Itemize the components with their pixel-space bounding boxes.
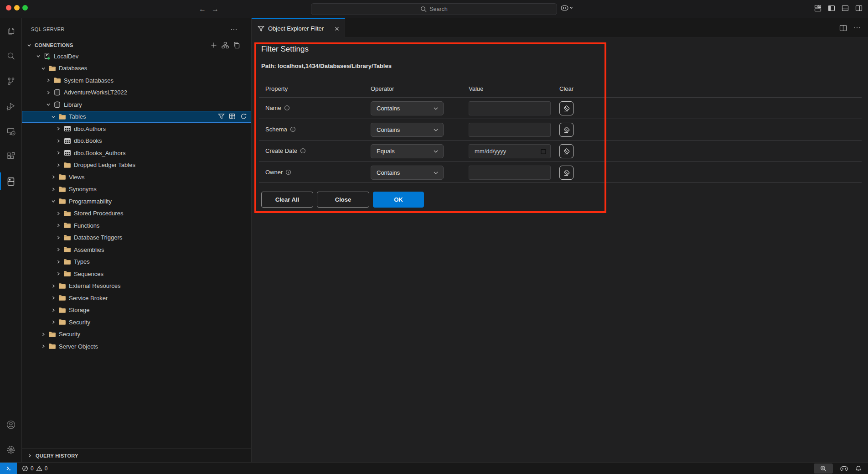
navigate-forward-button[interactable]: →	[210, 4, 221, 15]
connections-section-header[interactable]: CONNECTIONS	[22, 40, 251, 50]
tree-item-types[interactable]: Types	[22, 256, 251, 268]
chevron-right-icon[interactable]	[55, 222, 62, 229]
chevron-right-icon[interactable]	[45, 77, 52, 84]
chevron-right-icon[interactable]	[55, 125, 62, 132]
close-button[interactable]: Close	[317, 192, 369, 208]
copilot-menu-button[interactable]	[561, 5, 573, 11]
tree-item-dbo-books[interactable]: dbo.Books	[22, 135, 251, 147]
operator-select[interactable]: Contains	[371, 166, 444, 180]
tree-item-views[interactable]: Views	[22, 171, 251, 183]
bell-icon[interactable]	[855, 465, 862, 472]
copilot-status-icon[interactable]	[840, 465, 848, 472]
tree-item-database-triggers[interactable]: Database Triggers	[22, 232, 251, 244]
tree-item-functions[interactable]: Functions	[22, 219, 251, 231]
value-date-input[interactable]: mm/dd/yyyy	[469, 144, 551, 158]
chevron-right-icon[interactable]	[55, 258, 62, 266]
activity-item-run-debug[interactable]	[0, 94, 22, 119]
chevron-right-icon[interactable]	[55, 161, 62, 169]
tree-item-system-databases[interactable]: System Databases	[22, 74, 251, 86]
command-center-search[interactable]: Search	[311, 3, 557, 15]
clear-filter-button[interactable]	[559, 123, 574, 137]
remote-indicator-button[interactable]	[0, 463, 17, 474]
tree-item-localdev[interactable]: LocalDev	[22, 50, 251, 62]
activity-item-settings-gear[interactable]	[0, 437, 22, 462]
connection-groups-icon[interactable]	[222, 42, 229, 49]
info-icon[interactable]	[285, 169, 291, 175]
chevron-right-icon[interactable]	[50, 318, 57, 326]
tree-item-server-objects[interactable]: Server Objects	[22, 340, 251, 352]
tree-item-adventureworkslt2022[interactable]: AdventureWorksLT2022	[22, 87, 251, 99]
refresh-icon[interactable]	[240, 113, 247, 120]
activity-item-remote-explorer[interactable]	[0, 119, 22, 144]
value-text-input[interactable]	[469, 101, 551, 115]
customize-layout-icon[interactable]	[814, 5, 822, 12]
tree-item-dbo-authors[interactable]: dbo.Authors	[22, 123, 251, 135]
chevron-right-icon[interactable]	[55, 234, 62, 241]
duplicate-icon[interactable]	[233, 42, 240, 49]
toggle-sidebar-right-icon[interactable]	[855, 5, 863, 12]
clear-filter-button[interactable]	[559, 101, 574, 115]
chevron-right-icon[interactable]	[55, 137, 62, 145]
close-window-button[interactable]	[6, 5, 11, 10]
ok-button[interactable]: OK	[373, 192, 424, 208]
tree-item-stored-procedures[interactable]: Stored Procedures	[22, 208, 251, 219]
new-table-icon[interactable]	[229, 113, 236, 120]
tree-item-synonyms[interactable]: Synonyms	[22, 183, 251, 195]
filter-icon[interactable]	[218, 113, 225, 120]
clear-filter-button[interactable]	[559, 166, 574, 180]
tab-object-explorer-filter[interactable]: Object Explorer Filter	[252, 18, 345, 38]
zoom-in-status-button[interactable]	[814, 464, 833, 474]
minimize-window-button[interactable]	[14, 5, 20, 10]
problems-status-item[interactable]: 0 0	[22, 465, 47, 472]
chevron-right-icon[interactable]	[55, 210, 62, 217]
chevron-right-icon[interactable]	[50, 307, 57, 314]
calendar-icon[interactable]	[540, 148, 547, 155]
chevron-right-icon[interactable]	[50, 173, 57, 181]
tree-item-tables[interactable]: Tables	[22, 111, 251, 123]
tree-item-assemblies[interactable]: Assemblies	[22, 244, 251, 255]
tree-item-security[interactable]: Security	[22, 316, 251, 328]
chevron-right-icon[interactable]	[50, 294, 57, 302]
chevron-right-icon[interactable]	[55, 246, 62, 253]
chevron-down-icon[interactable]	[40, 65, 47, 72]
activity-item-search[interactable]	[0, 43, 22, 68]
operator-select[interactable]: Contains	[371, 101, 444, 115]
maximize-window-button[interactable]	[22, 5, 28, 10]
chevron-right-icon[interactable]	[40, 343, 47, 350]
clear-filter-button[interactable]	[559, 144, 574, 158]
tree-item-service-broker[interactable]: Service Broker	[22, 292, 251, 304]
tree-item-security[interactable]: Security	[22, 328, 251, 340]
chevron-down-icon[interactable]	[50, 113, 57, 120]
activity-item-sql-server[interactable]	[0, 169, 22, 194]
clear-all-button[interactable]: Clear All	[261, 192, 313, 208]
tree-item-dbo-books-authors[interactable]: dbo.Books_Authors	[22, 147, 251, 159]
operator-select[interactable]: Contains	[371, 123, 444, 137]
chevron-right-icon[interactable]	[55, 270, 62, 277]
tree-item-sequences[interactable]: Sequences	[22, 268, 251, 280]
chevron-right-icon[interactable]	[50, 282, 57, 290]
chevron-right-icon[interactable]	[55, 149, 62, 156]
chevron-down-icon[interactable]	[50, 198, 57, 205]
tree-item-programmability[interactable]: Programmability	[22, 195, 251, 207]
tree-item-external-resources[interactable]: External Resources	[22, 280, 251, 292]
navigate-back-button[interactable]: ←	[197, 4, 208, 15]
activity-item-source-control[interactable]	[0, 68, 22, 94]
info-icon[interactable]	[290, 126, 296, 132]
chevron-right-icon[interactable]	[45, 89, 52, 96]
more-actions-icon[interactable]	[853, 24, 861, 31]
more-actions-icon[interactable]	[230, 26, 238, 33]
info-icon[interactable]	[284, 105, 290, 111]
query-history-section-header[interactable]: QUERY HISTORY	[22, 448, 251, 462]
activity-item-account[interactable]	[0, 412, 22, 437]
tree-item-dropped-ledger-tables[interactable]: Dropped Ledger Tables	[22, 159, 251, 171]
tree-item-storage[interactable]: Storage	[22, 304, 251, 316]
toggle-sidebar-left-icon[interactable]	[828, 5, 835, 12]
chevron-right-icon[interactable]	[40, 331, 47, 338]
operator-select[interactable]: Equals	[371, 144, 444, 158]
value-text-input[interactable]	[469, 123, 551, 137]
add-icon[interactable]	[210, 42, 217, 49]
activity-item-explorer[interactable]	[0, 18, 22, 43]
activity-item-extensions[interactable]	[0, 144, 22, 169]
tree-item-databases[interactable]: Databases	[22, 63, 251, 74]
chevron-down-icon[interactable]	[45, 101, 52, 108]
